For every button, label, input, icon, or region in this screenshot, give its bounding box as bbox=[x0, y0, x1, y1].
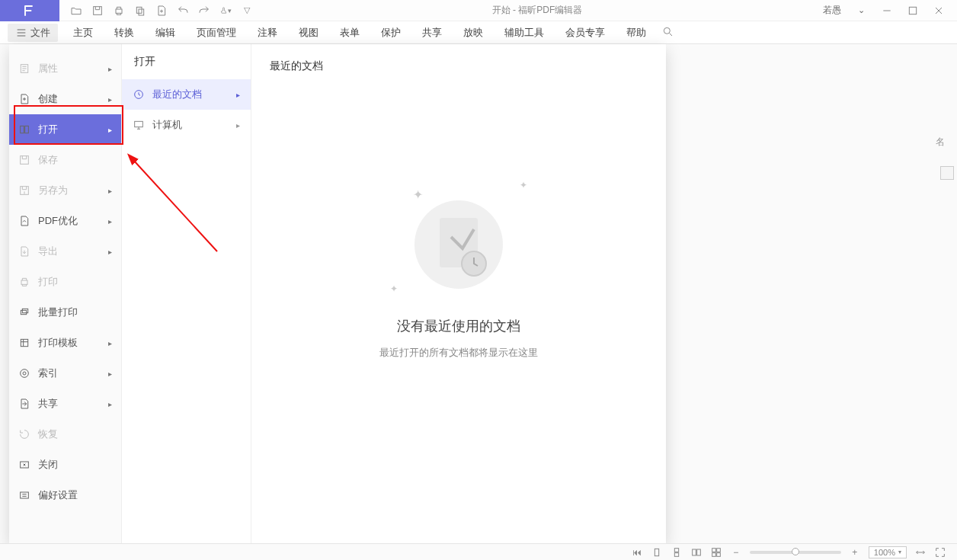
zoom-value[interactable]: 100%▾ bbox=[869, 546, 907, 558]
ribbon-tabs: 主页 转换 编辑 页面管理 注释 视图 表单 保护 共享 放映 辅助工具 会员专… bbox=[62, 26, 646, 40]
fullscreen-icon[interactable] bbox=[934, 546, 946, 558]
tab-accessibility[interactable]: 辅助工具 bbox=[504, 26, 544, 40]
statusbar: ⏮ − + 100%▾ bbox=[0, 543, 957, 560]
file-item-recover[interactable]: 恢复 bbox=[9, 419, 121, 450]
file-main-title: 最近的文档 bbox=[270, 59, 648, 73]
empty-heading: 没有最近使用的文档 bbox=[270, 317, 648, 335]
svg-point-16 bbox=[23, 372, 26, 375]
svg-rect-13 bbox=[22, 309, 27, 312]
save-icon[interactable] bbox=[91, 5, 104, 17]
tab-pages[interactable]: 页面管理 bbox=[197, 26, 236, 40]
maximize-button[interactable] bbox=[907, 5, 919, 17]
svg-rect-12 bbox=[21, 310, 26, 314]
tab-convert[interactable]: 转换 bbox=[114, 26, 134, 40]
user-name[interactable]: 若愚 bbox=[823, 4, 841, 17]
tab-help[interactable]: 帮助 bbox=[626, 26, 646, 40]
fit-width-icon[interactable] bbox=[914, 546, 927, 558]
view-facing-continuous-icon[interactable] bbox=[710, 546, 722, 558]
chevron-right-icon: ▸ bbox=[108, 65, 112, 73]
file-sub-panel: 打开 最近的文档 ▸ 计算机 ▸ bbox=[122, 44, 251, 543]
file-menu-sidebar: 属性▸ 创建▸ 打开▸ 保存 另存为▸ PDF优化▸ 导出▸ 打印 批量打印 打… bbox=[9, 44, 122, 543]
chevron-right-icon: ▸ bbox=[108, 187, 112, 195]
file-item-index[interactable]: 索引▸ bbox=[9, 358, 121, 389]
file-main-panel: 最近的文档 ✦ ✦ ✦ 没有最近使用的文档 最近打开的所有文档都将显示在这里 bbox=[251, 44, 666, 543]
svg-rect-18 bbox=[21, 492, 29, 498]
zoom-in-icon[interactable]: + bbox=[849, 546, 861, 558]
qat-dropdown-icon[interactable]: ▽ bbox=[241, 5, 253, 17]
file-item-create[interactable]: 创建▸ bbox=[9, 84, 121, 114]
svg-rect-8 bbox=[25, 126, 29, 133]
quick-access-toolbar: ▾ ▽ bbox=[59, 5, 264, 17]
right-panel-toggle[interactable] bbox=[940, 166, 954, 180]
file-item-preferences[interactable]: 偏好设置 bbox=[9, 480, 121, 510]
nav-first-icon[interactable]: ⏮ bbox=[631, 546, 643, 558]
user-dropdown-icon[interactable]: ⌄ bbox=[855, 5, 867, 17]
copy-icon[interactable] bbox=[134, 5, 146, 17]
close-button[interactable] bbox=[933, 5, 945, 17]
svg-rect-4 bbox=[909, 7, 916, 14]
view-single-icon[interactable] bbox=[651, 546, 663, 558]
search-icon[interactable] bbox=[661, 25, 674, 40]
chevron-right-icon: ▸ bbox=[236, 121, 240, 130]
sub-item-recent[interactable]: 最近的文档 ▸ bbox=[122, 79, 251, 110]
svg-rect-0 bbox=[94, 6, 102, 14]
file-menu-panel: 属性▸ 创建▸ 打开▸ 保存 另存为▸ PDF优化▸ 导出▸ 打印 批量打印 打… bbox=[9, 44, 666, 543]
sub-item-computer[interactable]: 计算机 ▸ bbox=[122, 110, 251, 140]
file-item-share[interactable]: 共享▸ bbox=[9, 389, 121, 419]
svg-point-5 bbox=[664, 27, 670, 34]
chevron-right-icon: ▸ bbox=[236, 91, 240, 99]
svg-rect-33 bbox=[717, 552, 721, 556]
file-sub-title: 打开 bbox=[122, 55, 251, 79]
redo-icon[interactable] bbox=[198, 5, 210, 17]
svg-rect-30 bbox=[712, 548, 716, 552]
undo-icon[interactable] bbox=[177, 5, 189, 17]
touch-icon[interactable]: ▾ bbox=[219, 5, 232, 17]
file-item-save[interactable]: 保存 bbox=[9, 145, 121, 175]
empty-illustration: ✦ ✦ ✦ bbox=[405, 187, 512, 302]
file-item-open[interactable]: 打开▸ bbox=[9, 114, 121, 145]
minimize-button[interactable] bbox=[881, 5, 893, 17]
file-item-optimize[interactable]: PDF优化▸ bbox=[9, 206, 121, 236]
tab-view[interactable]: 视图 bbox=[299, 26, 318, 40]
titlebar: ▾ ▽ 开始 - 福昕PDF编辑器 若愚 ⌄ bbox=[0, 0, 957, 21]
view-facing-icon[interactable] bbox=[690, 546, 703, 558]
file-item-print[interactable]: 打印 bbox=[9, 267, 121, 297]
ribbon: 文件 主页 转换 编辑 页面管理 注释 视图 表单 保护 共享 放映 辅助工具 … bbox=[0, 21, 957, 44]
svg-rect-2 bbox=[136, 7, 142, 13]
zoom-slider[interactable] bbox=[750, 551, 841, 554]
zoom-slider-knob[interactable] bbox=[792, 548, 799, 555]
svg-rect-28 bbox=[693, 549, 696, 555]
tab-share[interactable]: 共享 bbox=[422, 26, 442, 40]
file-item-export[interactable]: 导出▸ bbox=[9, 236, 121, 267]
tab-comment[interactable]: 注释 bbox=[258, 26, 277, 40]
tab-form[interactable]: 表单 bbox=[340, 26, 360, 40]
view-continuous-icon[interactable] bbox=[671, 546, 683, 558]
tab-protect[interactable]: 保护 bbox=[381, 26, 401, 40]
file-item-close[interactable]: 关闭 bbox=[9, 450, 121, 480]
file-item-saveas[interactable]: 另存为▸ bbox=[9, 175, 121, 206]
window-controls: 若愚 ⌄ bbox=[811, 4, 957, 17]
tab-home[interactable]: 主页 bbox=[73, 26, 93, 40]
svg-rect-11 bbox=[21, 280, 27, 284]
window-title: 开始 - 福昕PDF编辑器 bbox=[264, 4, 811, 17]
file-item-batch-print[interactable]: 批量打印 bbox=[9, 297, 121, 328]
svg-rect-32 bbox=[712, 552, 716, 556]
print-icon[interactable] bbox=[113, 5, 125, 17]
file-tab[interactable]: 文件 bbox=[8, 24, 58, 42]
chevron-right-icon: ▸ bbox=[108, 248, 112, 256]
tab-edit[interactable]: 编辑 bbox=[155, 26, 175, 40]
file-item-properties[interactable]: 属性▸ bbox=[9, 53, 121, 84]
file-tab-label: 文件 bbox=[30, 26, 50, 40]
tab-vip[interactable]: 会员专享 bbox=[565, 26, 605, 40]
empty-state: ✦ ✦ ✦ 没有最近使用的文档 最近打开的所有文档都将显示在这里 bbox=[270, 187, 648, 360]
svg-rect-26 bbox=[674, 548, 678, 552]
file-item-print-template[interactable]: 打印模板▸ bbox=[9, 328, 121, 358]
new-page-icon[interactable] bbox=[155, 5, 168, 17]
tab-present[interactable]: 放映 bbox=[463, 26, 483, 40]
chevron-right-icon: ▸ bbox=[108, 126, 112, 134]
open-icon[interactable] bbox=[70, 5, 82, 17]
chevron-right-icon: ▸ bbox=[108, 217, 112, 226]
svg-rect-31 bbox=[717, 548, 721, 552]
zoom-out-icon[interactable]: − bbox=[730, 546, 742, 558]
svg-rect-9 bbox=[21, 156, 29, 165]
